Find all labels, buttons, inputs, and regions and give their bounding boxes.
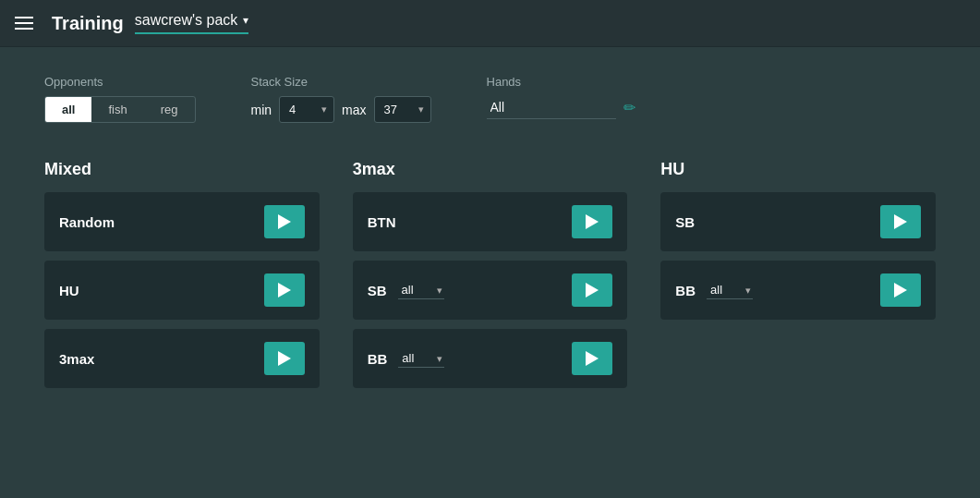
play-bb-hu-button[interactable] [880,273,921,307]
opponents-label: Opponents [44,75,196,89]
play-btn-button[interactable] [572,205,612,238]
bb-hu-select[interactable]: all fish reg [707,281,753,299]
filters-row: Opponents all fish reg Stack Size min 4 … [44,75,936,123]
pack-selector[interactable]: sawcrew's pack ▾ [135,12,249,34]
card-3max-mixed: 3max [44,329,320,388]
stack-max-wrapper: 37 50 100 [374,96,431,123]
card-random-label: Random [59,214,115,230]
opponents-all-button[interactable]: all [45,97,91,122]
card-sb-hu-label: SB [675,214,695,230]
card-bb-3max-label: BB [368,351,388,367]
stack-size-label: Stack Size [251,75,431,89]
hands-row: ✏ [487,96,635,119]
sections-row: Mixed Random HU 3max 3 [44,160,936,397]
play-random-button[interactable] [264,205,305,238]
card-bb-hu: BB all fish reg [660,261,936,320]
header: Training sawcrew's pack ▾ [0,0,980,47]
section-hu: HU SB BB all fish reg [660,160,936,397]
main-content: Opponents all fish reg Stack Size min 4 … [0,47,980,425]
play-icon [894,283,907,298]
bb-3max-select-wrapper: all fish reg [398,349,444,368]
card-bb-hu-left: BB all fish reg [675,281,753,299]
hands-filter: Hands ✏ [487,75,635,119]
play-icon [278,214,291,229]
play-sb-hu-button[interactable] [880,205,921,238]
play-sb-3max-button[interactable] [572,273,612,307]
card-sb-3max-left: SB all fish reg [368,281,444,299]
sb-3max-select[interactable]: all fish reg [398,281,444,299]
card-bb-hu-label: BB [675,283,696,298]
play-icon [586,283,599,298]
card-random: Random [44,192,320,251]
stack-min-wrapper: 4 5 10 20 [279,96,334,123]
card-btn-label: BTN [368,214,396,230]
play-icon [278,351,291,366]
card-btn: BTN [353,192,628,251]
section-3max: 3max BTN SB all fish reg [353,160,628,397]
opponents-button-group: all fish reg [44,96,196,123]
section-3max-title: 3max [353,160,628,179]
opponents-fish-button[interactable]: fish [91,97,143,122]
chevron-down-icon: ▾ [243,14,248,27]
card-bb-3max-left: BB all fish reg [368,349,445,368]
section-mixed: Mixed Random HU 3max [44,160,320,397]
card-hu-mixed: HU [44,261,320,320]
opponents-filter: Opponents all fish reg [44,75,196,123]
play-icon [586,351,599,366]
sb-3max-select-wrapper: all fish reg [398,281,444,299]
card-hu-mixed-label: HU [59,283,79,298]
stack-size-row: min 4 5 10 20 max 37 50 100 [251,96,431,123]
menu-icon[interactable] [15,17,33,30]
play-3max-mixed-button[interactable] [264,342,305,375]
section-mixed-title: Mixed [44,160,320,179]
card-sb-hu: SB [660,192,936,251]
stack-max-label: max [342,103,366,117]
section-hu-title: HU [660,160,936,179]
card-3max-mixed-label: 3max [59,351,94,367]
play-bb-3max-button[interactable] [572,342,612,375]
stack-max-select[interactable]: 37 50 100 [374,96,431,123]
pack-selector-label: sawcrew's pack [135,12,238,29]
bb-hu-select-wrapper: all fish reg [707,281,753,299]
card-bb-3max: BB all fish reg [353,329,628,388]
bb-3max-select[interactable]: all fish reg [398,349,444,368]
hands-label: Hands [487,75,635,89]
hands-input[interactable] [487,96,616,119]
play-icon [894,214,907,229]
page-title: Training [52,13,124,34]
play-icon [278,283,291,298]
stack-min-label: min [251,103,272,117]
card-sb-3max: SB all fish reg [353,261,628,320]
play-icon [586,214,599,229]
stack-min-select[interactable]: 4 5 10 20 [279,96,334,123]
stack-size-filter: Stack Size min 4 5 10 20 max 37 50 [251,75,431,123]
opponents-reg-button[interactable]: reg [144,97,195,122]
card-sb-3max-label: SB [368,283,387,298]
edit-icon[interactable]: ✏ [623,99,635,116]
play-hu-mixed-button[interactable] [264,273,305,307]
